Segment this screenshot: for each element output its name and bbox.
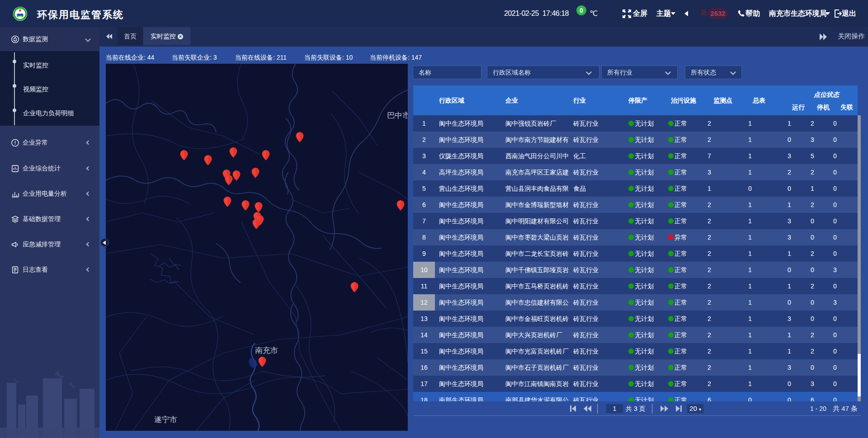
svg-text:巴中市: 巴中市	[387, 111, 408, 120]
svg-text:南充市: 南充市	[255, 346, 278, 355]
svg-text:遂宁市: 遂宁市	[154, 415, 177, 424]
